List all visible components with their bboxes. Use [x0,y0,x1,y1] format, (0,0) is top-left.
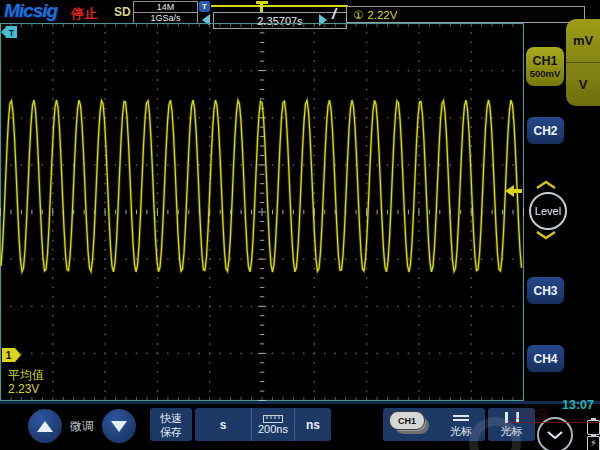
quick-save-line2: 保存 [160,425,182,439]
battery-icon [587,420,600,435]
vertical-scale-rocker: mV V [566,19,600,106]
trigger-level-value: 2.22V [367,9,397,21]
brand-logo: Micsig [4,0,57,22]
up-triangle-icon [37,421,53,432]
trigger-level-readout[interactable]: ① 2.22V [346,6,585,23]
vertical-cursor-button[interactable]: 光标 [488,408,535,441]
scale-mv-button[interactable]: mV [566,19,600,63]
trigger-position-line [211,5,348,7]
quick-save-line1: 快速 [160,411,182,425]
measurement-label: 平均值 [8,368,44,382]
level-down-chevron-icon[interactable] [535,230,557,240]
trigger-level-arrow[interactable] [505,185,522,197]
svg-text:1: 1 [6,350,12,361]
scale-v-button[interactable]: V [566,63,600,106]
level-up-chevron-icon[interactable] [535,180,557,190]
sample-rate: 1GSa/s [134,13,197,23]
oscilloscope-screen: Micsig 停止 SD 14M 1GSa/s T 2.35707s / ① 2… [0,0,600,450]
channel-3-button[interactable]: CH3 [527,277,564,304]
memory-sample-box: 14M 1GSa/s [133,1,198,24]
trigger-position-marker[interactable] [256,1,268,4]
channel-1-badge[interactable]: CH1 500mV [526,47,564,86]
timebase-value-button[interactable]: 200ns [251,408,294,441]
down-triangle-icon [111,421,127,432]
timebase-value: 200ns [258,423,288,435]
fine-tune-down-button[interactable] [102,409,136,443]
memory-depth: 14M [134,2,197,13]
channel-1-scale: 500mV [530,68,561,79]
quick-save-button[interactable]: 快速 保存 [150,408,192,441]
center-crosshair [1,24,524,401]
fine-tune-label: 微调 [62,418,102,435]
measurement-readout: 平均值 2.23V [8,368,44,396]
waveform-display[interactable]: T 1 平均值 2.23V [0,23,524,401]
timebase-seconds-button[interactable]: s [195,408,251,441]
chevron-down-icon [546,430,564,440]
trigger-source-badge: ① [353,8,363,22]
run-stop-status[interactable]: 停止 [71,5,97,23]
collapse-menu-button[interactable] [537,417,573,450]
trigger-position-icon: T [199,1,210,12]
sd-card-label: SD [114,5,131,19]
keycap-top: CH1 [389,411,425,430]
channel-2-button[interactable]: CH2 [527,117,564,144]
timebase-nanoseconds-button[interactable]: ns [294,408,331,441]
battery-charging-icon: ⚡ [587,436,600,450]
ruler-icon [263,415,283,423]
channel-1-label: CH1 [532,54,557,68]
trigger-slope-icon[interactable]: / [332,5,336,22]
fine-tune-up-button[interactable] [28,409,62,443]
scope-canvas: T 1 [0,23,524,401]
trigger-time-corner-icon: T [1,26,17,38]
channel-1-ground-marker[interactable]: 1 [2,348,21,362]
horizontal-cursor-button[interactable]: 光标 [437,408,485,441]
vertical-cursor-label: 光标 [501,426,523,437]
channel-select-button[interactable]: CH1 [383,408,441,441]
bottom-separator [0,401,600,404]
vertical-cursor-icon [505,412,519,423]
horizontal-cursor-icon [453,413,469,423]
svg-text:T: T [9,28,15,38]
timebase-control: s 200ns ns [195,408,331,441]
channel-1-trace [1,100,522,272]
clock: 13:07 [548,398,594,412]
channel-4-button[interactable]: CH4 [527,345,564,372]
measurement-value: 2.23V [8,382,44,396]
horizontal-cursor-label: 光标 [450,426,472,437]
level-knob[interactable]: Level [529,192,567,230]
trace-glow [1,100,522,272]
